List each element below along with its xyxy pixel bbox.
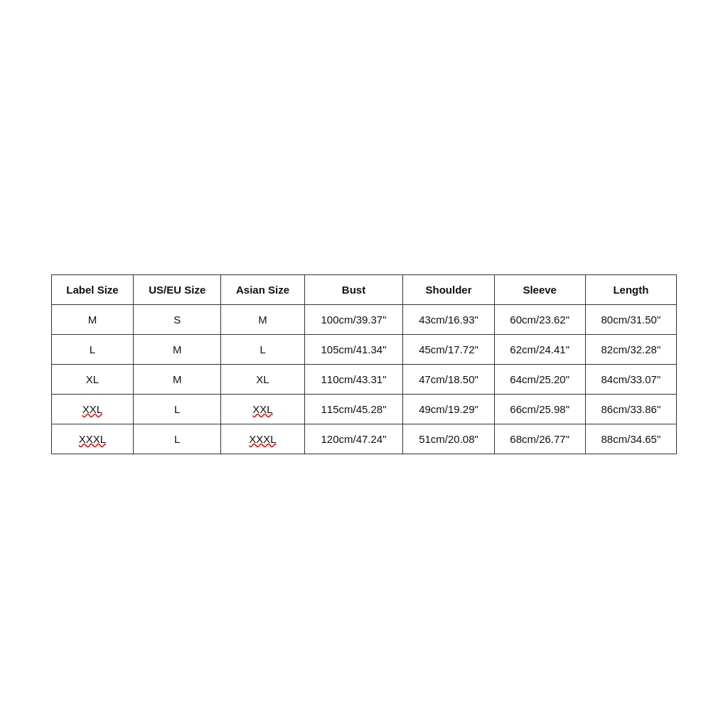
cell-sleeve: 60cm/23.62" [494, 304, 585, 334]
cell-bust: 105cm/41.34" [304, 334, 403, 364]
cell-shoulder: 49cm/19.29" [403, 394, 494, 424]
cell-asian-size: XL [221, 364, 304, 394]
cell-label-size: M [52, 304, 134, 334]
cell-shoulder: 43cm/16.93" [403, 304, 494, 334]
col-header-sleeve: Sleeve [494, 274, 585, 304]
col-header-length: Length [585, 274, 676, 304]
cell-asian-size: XXXL [221, 424, 304, 454]
cell-us-eu-size: M [134, 334, 221, 364]
cell-sleeve: 64cm/25.20" [494, 364, 585, 394]
page-wrapper: Label Size US/EU Size Asian Size Bust Sh… [0, 0, 728, 728]
table-header-row: Label Size US/EU Size Asian Size Bust Sh… [52, 274, 677, 304]
cell-sleeve: 62cm/24.41" [494, 334, 585, 364]
col-header-asian-size: Asian Size [221, 274, 304, 304]
table-row: MSM100cm/39.37"43cm/16.93"60cm/23.62"80c… [52, 304, 677, 334]
cell-bust: 100cm/39.37" [304, 304, 403, 334]
cell-sleeve: 68cm/26.77" [494, 424, 585, 454]
cell-length: 88cm/34.65" [585, 424, 676, 454]
col-header-shoulder: Shoulder [403, 274, 494, 304]
size-chart-table: Label Size US/EU Size Asian Size Bust Sh… [51, 274, 677, 454]
cell-bust: 120cm/47.24" [304, 424, 403, 454]
cell-shoulder: 45cm/17.72" [403, 334, 494, 364]
cell-length: 82cm/32.28" [585, 334, 676, 364]
cell-shoulder: 51cm/20.08" [403, 424, 494, 454]
cell-length: 80cm/31.50" [585, 304, 676, 334]
table-row: LML105cm/41.34"45cm/17.72"62cm/24.41"82c… [52, 334, 677, 364]
table-row: XXLLXXL115cm/45.28"49cm/19.29"66cm/25.98… [52, 394, 677, 424]
cell-label-size: XXXL [52, 424, 134, 454]
size-chart-container: Label Size US/EU Size Asian Size Bust Sh… [51, 274, 677, 454]
cell-us-eu-size: L [134, 424, 221, 454]
col-header-label-size: Label Size [52, 274, 134, 304]
cell-us-eu-size: S [134, 304, 221, 334]
cell-asian-size: XXL [221, 394, 304, 424]
cell-bust: 115cm/45.28" [304, 394, 403, 424]
cell-asian-size: M [221, 304, 304, 334]
cell-length: 86cm/33.86" [585, 394, 676, 424]
cell-length: 84cm/33.07" [585, 364, 676, 394]
cell-label-size: L [52, 334, 134, 364]
col-header-us-eu-size: US/EU Size [134, 274, 221, 304]
cell-us-eu-size: M [134, 364, 221, 394]
cell-sleeve: 66cm/25.98" [494, 394, 585, 424]
cell-label-size: XXL [52, 394, 134, 424]
cell-us-eu-size: L [134, 394, 221, 424]
cell-bust: 110cm/43.31" [304, 364, 403, 394]
col-header-bust: Bust [304, 274, 403, 304]
table-row: XXXLLXXXL120cm/47.24"51cm/20.08"68cm/26.… [52, 424, 677, 454]
cell-label-size: XL [52, 364, 134, 394]
cell-shoulder: 47cm/18.50" [403, 364, 494, 394]
table-row: XLMXL110cm/43.31"47cm/18.50"64cm/25.20"8… [52, 364, 677, 394]
cell-asian-size: L [221, 334, 304, 364]
